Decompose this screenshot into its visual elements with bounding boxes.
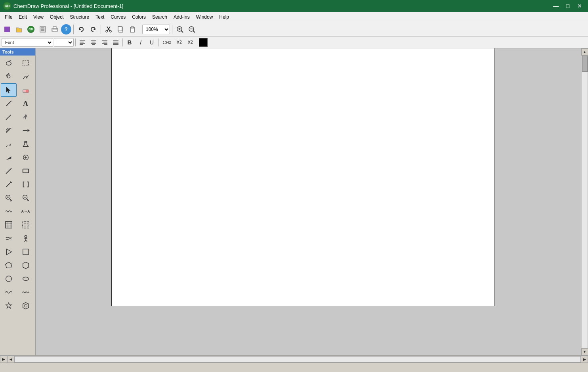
svg-point-96 (23, 277, 29, 280)
lasso-tool[interactable] (1, 56, 17, 70)
ellipse-tool[interactable] (18, 272, 34, 286)
underline-btn[interactable]: U (147, 38, 157, 47)
canvas-area[interactable] (36, 48, 581, 355)
copy-btn[interactable] (115, 24, 126, 35)
ch2-btn[interactable]: CH2 (160, 38, 173, 47)
ring-tool[interactable] (18, 299, 34, 313)
line-tool[interactable] (1, 164, 17, 178)
align-left-btn[interactable] (77, 38, 88, 47)
menu-addins[interactable]: Add-ins (170, 13, 193, 21)
hexagon-tool[interactable] (18, 259, 34, 272)
rect2-tool[interactable] (18, 245, 34, 259)
scroll-track[interactable] (582, 56, 588, 348)
magnify-tool[interactable]: 4 (18, 191, 34, 205)
wedge-tool[interactable] (1, 151, 17, 164)
dashed-bond-tool[interactable] (1, 110, 17, 124)
svg-line-63 (6, 169, 11, 174)
paste-btn[interactable] (127, 24, 138, 35)
rect-tool[interactable] (18, 164, 34, 178)
left-margin (36, 48, 111, 355)
svg-rect-0 (4, 27, 10, 32)
person-tool[interactable] (18, 232, 34, 245)
print-btn[interactable] (49, 24, 60, 35)
charge-tool[interactable] (18, 151, 34, 164)
bold-btn[interactable]: B (124, 38, 135, 47)
zoom-in-btn[interactable] (174, 24, 185, 35)
reaction-tool[interactable] (1, 232, 17, 245)
hash-wedge-tool[interactable] (1, 124, 17, 137)
subscript-btn[interactable]: X2 (174, 38, 184, 47)
dashed-wedge-tool[interactable] (1, 137, 17, 151)
menu-curves[interactable]: Curves (107, 13, 129, 21)
menu-help[interactable]: Help (216, 13, 232, 21)
zoom-in-tool[interactable]: 4 (1, 191, 17, 205)
squiggle-tool[interactable] (1, 205, 17, 218)
circle-tool[interactable] (1, 272, 17, 286)
open-file-btn[interactable] (13, 24, 25, 35)
dotted-table-tool[interactable] (18, 218, 34, 232)
menu-object[interactable]: Object (47, 13, 67, 21)
svg-line-55 (6, 144, 11, 146)
menu-text[interactable]: Text (92, 13, 107, 21)
save-file-btn[interactable] (37, 24, 48, 35)
squig2-tool[interactable] (18, 286, 34, 299)
marquee-tool[interactable] (18, 56, 34, 70)
atom-map-tool[interactable]: A→A (18, 205, 34, 218)
hscroll-right-btn[interactable]: ▶ (581, 356, 588, 363)
scroll-down-btn[interactable]: ▼ (581, 348, 588, 355)
bond-tool[interactable] (1, 97, 17, 110)
font-select[interactable]: Font (2, 38, 53, 47)
zoom-select[interactable]: 100% 50% 75% 150% 200% (142, 25, 170, 34)
maximize-btn[interactable]: □ (563, 1, 573, 11)
hotspot-tool[interactable] (18, 110, 34, 124)
color-picker-btn[interactable] (199, 38, 208, 47)
cut-btn[interactable] (103, 24, 114, 35)
menu-edit[interactable]: Edit (15, 13, 30, 21)
zoom-out-btn[interactable] (186, 24, 197, 35)
table-tool[interactable] (1, 218, 17, 232)
new-file-btn[interactable] (2, 24, 13, 35)
menu-structure[interactable]: Structure (67, 13, 93, 21)
minimize-btn[interactable]: — (551, 1, 561, 11)
scroll-up-btn[interactable]: ▲ (581, 48, 588, 56)
redo-btn[interactable] (88, 24, 99, 35)
hscroll-track[interactable] (14, 356, 581, 362)
menu-view[interactable]: View (30, 13, 47, 21)
svg-line-22 (193, 31, 195, 33)
play-tool[interactable] (1, 245, 17, 259)
menu-file[interactable]: File (2, 13, 15, 21)
superscript-btn[interactable]: X2 (185, 38, 195, 47)
close-btn[interactable]: ✕ (575, 1, 585, 11)
text-tool[interactable]: A (18, 97, 34, 110)
svg-line-18 (181, 31, 183, 33)
eraser-tool[interactable] (18, 83, 34, 97)
help-btn[interactable]: ? (61, 24, 71, 35)
fmt-sep-1 (75, 38, 76, 46)
svg-marker-43 (8, 73, 10, 75)
document-page[interactable] (111, 48, 495, 306)
hscroll-expand-btn[interactable]: ▶ (0, 356, 7, 363)
menu-search[interactable]: Search (149, 13, 170, 21)
svg-marker-59 (6, 156, 11, 160)
italic-btn[interactable]: I (136, 38, 146, 47)
arrow-tool[interactable] (18, 124, 34, 137)
undo-btn[interactable] (76, 24, 87, 35)
align-center-btn[interactable] (88, 38, 99, 47)
star-tool[interactable] (1, 299, 17, 313)
curved-arrow-tool[interactable] (1, 178, 17, 191)
menu-window[interactable]: Window (193, 13, 216, 21)
justify-btn[interactable] (111, 38, 121, 47)
align-right-btn[interactable] (99, 38, 110, 47)
size-select[interactable] (54, 38, 74, 47)
freehand-tool[interactable] (18, 70, 34, 83)
menu-colors[interactable]: Colors (129, 13, 149, 21)
scroll-thumb[interactable] (582, 56, 588, 72)
chemdraw-logo-btn[interactable]: CD (25, 24, 36, 35)
hscroll-left-btn[interactable]: ◀ (7, 356, 14, 363)
select-tool[interactable] (1, 83, 17, 97)
bracket-tool[interactable] (18, 178, 34, 191)
rotate-tool[interactable] (1, 70, 17, 83)
pentagon-tool[interactable] (1, 259, 17, 272)
flask-tool[interactable] (18, 137, 34, 151)
wave-tool[interactable] (1, 286, 17, 299)
